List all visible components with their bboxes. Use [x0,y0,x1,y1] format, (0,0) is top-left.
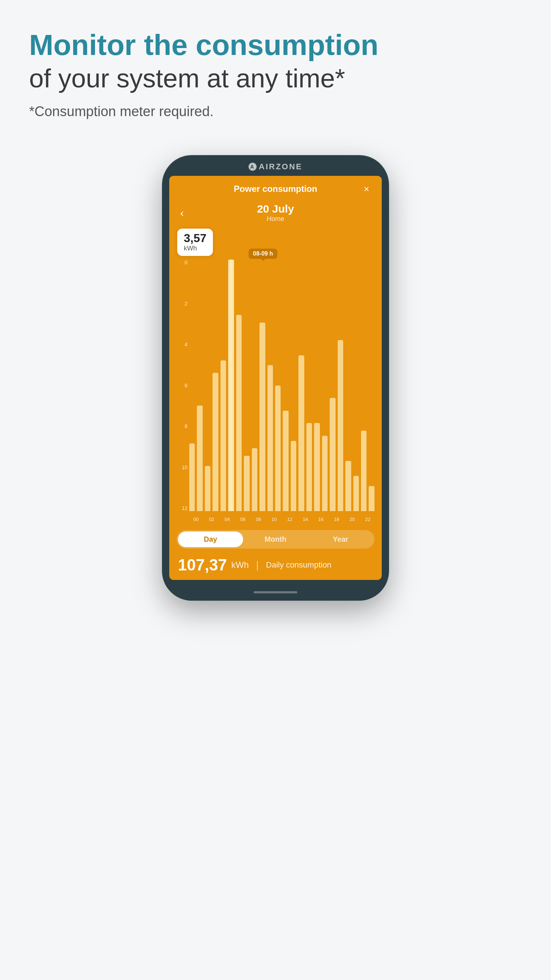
bar [244,456,249,511]
x-label: 20 [345,517,359,522]
bottom-stats: 107,37 kWh | Daily consumption [169,552,382,580]
date-info: 20 July Home [257,203,294,223]
bar [322,436,327,511]
bar-column[interactable] [205,259,210,511]
bar-column[interactable] [221,259,226,511]
x-label: 08 [252,517,265,522]
x-label: 10 [267,517,281,522]
x-label: 02 [205,517,218,522]
bar [275,385,281,511]
location-display: Home [257,215,294,223]
bar-column[interactable] [353,259,359,511]
y-label: 0 [176,259,187,266]
x-label: 18 [330,517,343,522]
bar [291,441,296,511]
screen-title: Power consumption [191,184,360,194]
bar [283,410,288,511]
phone-brand: A AIRZONE [249,162,302,172]
y-label: 2 [176,301,187,307]
tab-day[interactable]: Day [178,531,243,547]
bar-column[interactable] [306,259,312,511]
tab-section: DayMonthYear [169,526,382,552]
stat-divider: | [256,559,259,571]
y-label: 12 [176,505,187,511]
date-display: 20 July [257,203,294,215]
chart-grid: 121086420 000204060810121416182022 [176,259,375,526]
y-label: 8 [176,423,187,429]
y-label: 10 [176,465,187,470]
bar-column[interactable] [189,259,195,511]
bar [353,476,359,511]
bar [252,448,257,511]
time-tooltip: 08-09 h [249,249,277,259]
value-bubble: 3,57 kWh [177,229,213,256]
bar-column[interactable] [259,259,265,511]
bar [306,423,312,511]
bar-column[interactable] [252,259,257,511]
bar [314,423,319,511]
total-unit: kWh [232,560,249,570]
kwh-unit: kWh [184,245,206,252]
bar-column[interactable] [228,259,233,511]
bar-column[interactable] [267,259,273,511]
bar-column[interactable] [291,259,296,511]
header-section: Monitor the consumption of your system a… [0,29,551,119]
kwh-value: 3,57 [184,232,206,244]
prev-arrow-button[interactable]: ‹ [180,207,184,219]
chart-area: 3,57 kWh 08-09 h 121086420 [169,229,382,526]
bar [299,355,304,511]
bar-column[interactable] [236,259,241,511]
x-label: 12 [283,517,297,522]
close-button[interactable]: × [360,182,373,196]
bar [205,466,210,511]
bars-container [189,259,375,511]
navigation-section: ‹ 20 July Home [169,200,382,229]
page-container: Monitor the consumption of your system a… [0,0,551,980]
phone-body: A AIRZONE Power consumption × ‹ 20 July [163,156,388,600]
bar-column[interactable] [314,259,319,511]
screen-header: Power consumption × [169,176,382,200]
bar [259,323,265,511]
bar [338,340,343,511]
bar-column[interactable] [322,259,327,511]
x-label: 14 [299,517,312,522]
bar [330,398,335,511]
total-value: 107,37 [178,556,227,574]
tab-bar: DayMonthYear [176,530,375,549]
bar-column[interactable] [213,259,218,511]
header-title-highlight: Monitor the consumption [29,29,522,61]
brand-logo-icon: A [249,163,257,171]
phone-mockup: A AIRZONE Power consumption × ‹ 20 July [163,156,388,600]
bar [361,431,367,511]
bar [221,360,226,511]
stat-label: Daily consumption [266,560,332,570]
bar [267,365,273,511]
x-label: 00 [189,517,203,522]
bar-column[interactable] [369,259,374,511]
bar-column[interactable] [275,259,281,511]
tab-month[interactable]: Month [243,531,308,547]
x-label: 04 [221,517,234,522]
bar [236,315,241,511]
bar-column[interactable] [330,259,335,511]
bar-column[interactable] [283,259,288,511]
x-label: 16 [314,517,327,522]
x-label: 22 [361,517,375,522]
x-axis: 000204060810121416182022 [189,512,375,526]
header-note: *Consumption meter required. [29,104,522,119]
bar-column[interactable] [244,259,249,511]
bar-column[interactable] [338,259,343,511]
tab-year[interactable]: Year [308,531,373,547]
bar-column[interactable] [361,259,367,511]
bar [369,486,374,511]
y-label: 6 [176,383,187,388]
phone-screen: Power consumption × ‹ 20 July Home 3,57 [169,176,382,580]
y-label: 4 [176,342,187,347]
bar [213,373,218,511]
bar-highlight-line [231,259,232,511]
x-label: 06 [236,517,250,522]
bar-column[interactable] [197,259,202,511]
bar-column[interactable] [345,259,351,511]
y-axis: 121086420 [176,259,187,511]
bar-column[interactable] [299,259,304,511]
